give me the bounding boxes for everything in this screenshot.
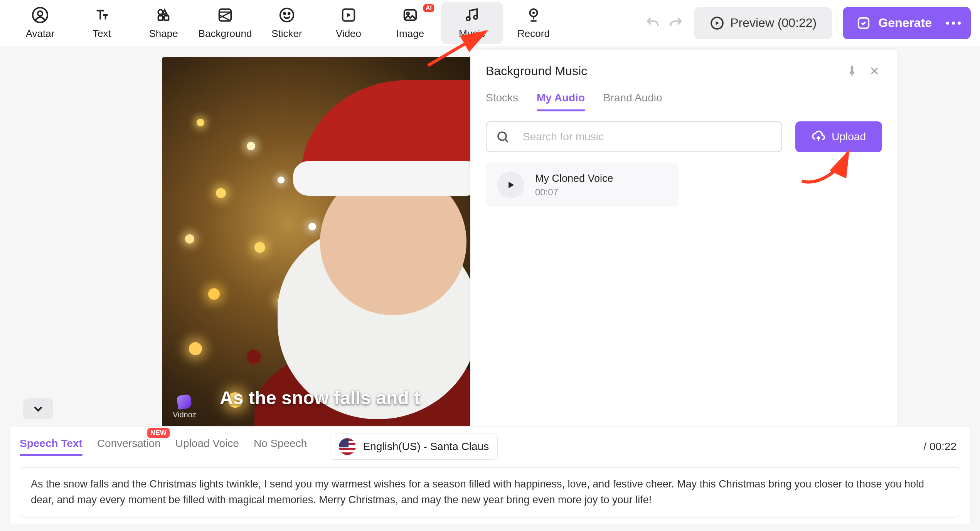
sticker-icon — [278, 6, 296, 24]
svg-point-18 — [498, 132, 506, 140]
upload-label: Upload — [832, 131, 866, 143]
panel-toggle[interactable] — [23, 398, 53, 419]
generate-label: Generate — [878, 16, 932, 30]
sticker-label: Sticker — [271, 28, 302, 40]
generate-button[interactable]: Generate — [843, 7, 971, 39]
voice-name: English(US) - Santa Claus — [363, 440, 489, 453]
play-circle-icon — [709, 15, 725, 31]
video-preview[interactable]: As the snow falls and t Vidnoz — [162, 57, 478, 427]
tab-conversation[interactable]: Conversation NEW — [97, 437, 161, 456]
image-tool[interactable]: AI Image — [379, 2, 441, 44]
upload-button[interactable]: Upload — [795, 121, 882, 152]
santa-avatar — [262, 80, 478, 427]
panel-tabs: Stocks My Audio Brand Audio — [486, 92, 882, 111]
toolbar: Avatar Text Shape Background Sticker Vid — [0, 0, 980, 46]
svg-point-8 — [288, 13, 290, 14]
shape-label: Shape — [149, 28, 178, 40]
new-badge: NEW — [147, 428, 170, 438]
play-button[interactable] — [497, 171, 524, 198]
svg-point-7 — [284, 13, 285, 14]
record-icon — [525, 6, 542, 24]
flag-us-icon — [339, 438, 356, 455]
search-icon — [496, 130, 510, 144]
panel-title: Background Music — [486, 64, 837, 78]
tab-stocks[interactable]: Stocks — [486, 92, 518, 111]
redo-button[interactable] — [665, 13, 686, 34]
close-button[interactable] — [867, 63, 882, 79]
search-wrapper — [486, 121, 782, 152]
background-icon — [216, 6, 234, 24]
tab-speech-text[interactable]: Speech Text — [20, 437, 83, 456]
text-label: Text — [93, 28, 111, 40]
history-controls — [642, 13, 686, 34]
avatar-tool[interactable]: Avatar — [9, 2, 71, 44]
text-icon — [93, 6, 111, 24]
tab-my-audio[interactable]: My Audio — [537, 92, 585, 111]
pin-button[interactable] — [844, 63, 860, 79]
undo-button[interactable] — [642, 13, 663, 34]
svg-point-11 — [407, 12, 409, 15]
tab-brand-audio[interactable]: Brand Audio — [603, 92, 662, 111]
search-row: Upload — [486, 121, 882, 152]
record-label: Record — [517, 28, 550, 40]
audio-name: My Cloned Voice — [535, 173, 613, 185]
speech-textarea[interactable]: As the snow falls and the Christmas ligh… — [20, 467, 960, 518]
video-caption: As the snow falls and t — [162, 387, 478, 408]
svg-point-6 — [280, 8, 294, 22]
time-display: / 00:22 — [923, 440, 960, 453]
audio-list: My Cloned Voice 00:07 — [486, 163, 882, 207]
svg-rect-4 — [164, 16, 169, 20]
generate-icon — [856, 15, 871, 31]
bottom-tabs: Speech Text Conversation NEW Upload Voic… — [20, 434, 960, 460]
svg-point-12 — [466, 17, 470, 20]
bottom-panel: Speech Text Conversation NEW Upload Voic… — [9, 426, 971, 524]
voice-select[interactable]: English(US) - Santa Claus — [330, 434, 498, 460]
redo-icon — [668, 15, 684, 31]
image-label: Image — [396, 28, 424, 40]
tool-group: Avatar Text Shape Background Sticker Vid — [9, 2, 564, 44]
audio-duration: 00:07 — [535, 187, 613, 198]
background-label: Background — [199, 28, 252, 40]
audio-item[interactable]: My Cloned Voice 00:07 — [486, 163, 679, 207]
ai-badge: AI — [423, 4, 434, 12]
video-label: Video — [336, 28, 361, 40]
search-input[interactable] — [523, 131, 772, 143]
watermark-text: Vidnoz — [173, 410, 196, 419]
video-tool[interactable]: Video — [318, 2, 379, 44]
tab-no-speech[interactable]: No Speech — [254, 437, 307, 456]
close-icon — [868, 65, 881, 77]
vidnoz-logo-icon — [177, 394, 192, 410]
avatar-icon — [31, 6, 49, 24]
record-tool[interactable]: Record — [503, 2, 564, 44]
preview-button[interactable]: Preview (00:22) — [694, 7, 832, 39]
svg-point-15 — [532, 12, 535, 14]
svg-point-13 — [474, 15, 477, 19]
video-icon — [340, 6, 357, 24]
sticker-tool[interactable]: Sticker — [256, 2, 318, 44]
panel-header: Background Music — [486, 63, 882, 79]
tab-upload-voice[interactable]: Upload Voice — [175, 437, 239, 456]
music-icon — [463, 6, 481, 24]
svg-point-1 — [38, 11, 43, 16]
shape-tool[interactable]: Shape — [133, 2, 194, 44]
shape-icon — [155, 6, 172, 24]
svg-rect-3 — [158, 16, 163, 20]
text-tool[interactable]: Text — [71, 2, 133, 44]
generate-more-icon[interactable] — [946, 22, 961, 25]
svg-point-0 — [33, 8, 47, 22]
music-tool[interactable]: Music — [441, 2, 503, 44]
upload-icon — [812, 130, 825, 144]
pin-icon — [846, 65, 858, 77]
music-label: Music — [459, 28, 485, 40]
watermark: Vidnoz — [173, 395, 196, 419]
background-tool[interactable]: Background — [194, 2, 256, 44]
avatar-label: Avatar — [26, 28, 55, 40]
preview-label: Preview (00:22) — [730, 16, 817, 30]
image-icon — [401, 6, 419, 24]
play-icon — [505, 180, 516, 190]
music-panel: Background Music Stocks My Audio Brand A… — [470, 50, 897, 485]
undo-icon — [645, 15, 660, 31]
chevron-down-icon — [31, 402, 45, 416]
